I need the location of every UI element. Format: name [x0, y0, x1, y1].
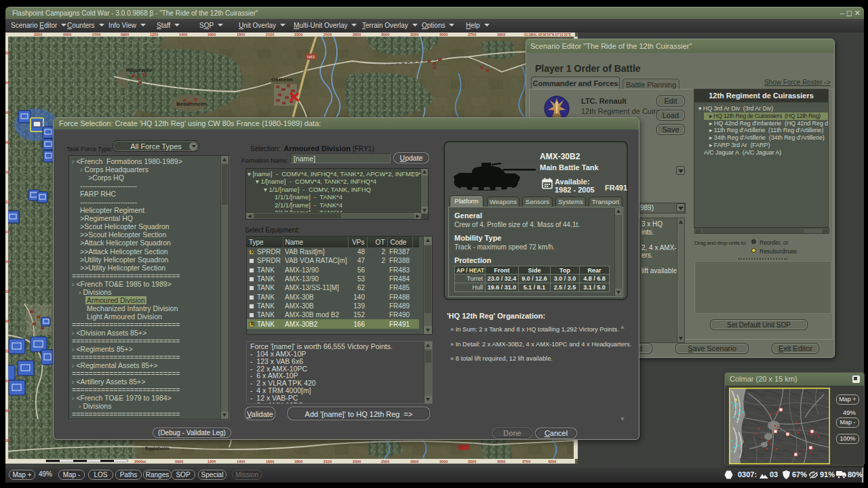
svg-text:0500: 0500: [63, 33, 71, 37]
svg-text:Beblenheim: Beblenheim: [176, 101, 207, 107]
svg-text:2000m: 2000m: [134, 460, 146, 464]
svg-text:22: 22: [5, 349, 9, 353]
svg-text:02: 02: [5, 51, 9, 55]
svg-text:1200: 1200: [208, 460, 216, 464]
svg-text:Ostheim: Ostheim: [271, 77, 293, 83]
svg-text:14: 14: [5, 230, 9, 234]
svg-text:2800: 2800: [410, 460, 418, 464]
svg-text:08: 08: [5, 140, 9, 144]
svg-text:0200: 0200: [34, 33, 42, 37]
svg-text:04: 04: [5, 81, 9, 85]
svg-text:0700: 0700: [92, 33, 100, 37]
svg-text:1400: 1400: [179, 33, 187, 37]
svg-text:2300: 2300: [294, 33, 302, 37]
svg-text:28: 28: [5, 439, 9, 443]
svg-text:Riquewihr: Riquewihr: [126, 67, 153, 73]
svg-text:18: 18: [5, 289, 9, 293]
svg-text:1600: 1600: [208, 33, 216, 37]
svg-text:10: 10: [5, 170, 9, 174]
svg-text:26: 26: [5, 409, 9, 413]
svg-text:1400: 1400: [237, 460, 245, 464]
svg-text:Equisheim: Equisheim: [145, 446, 169, 451]
svg-text:2300: 2300: [353, 460, 361, 464]
svg-text:2500: 2500: [381, 460, 389, 464]
svg-text:2800: 2800: [353, 33, 361, 37]
svg-text:3200: 3200: [468, 460, 476, 464]
svg-text:3500: 3500: [497, 460, 505, 464]
svg-text:2100: 2100: [323, 460, 332, 464]
svg-text:GLOBAL 48°08'54"N 07°21'20"E: GLOBAL 48°08'54"N 07°21'20"E: [524, 33, 571, 37]
svg-text:3900: 3900: [497, 33, 505, 37]
svg-text:24: 24: [5, 379, 9, 383]
svg-text:16: 16: [5, 260, 9, 264]
svg-text:3200: 3200: [410, 33, 418, 37]
svg-text:12: 12: [5, 200, 9, 204]
svg-text:1200: 1200: [150, 33, 158, 37]
svg-text:3700: 3700: [468, 33, 476, 37]
svg-text:1800: 1800: [237, 33, 245, 37]
svg-text:20: 20: [5, 319, 9, 323]
svg-text:4200: 4200: [548, 460, 556, 464]
svg-text:1600: 1600: [266, 460, 274, 464]
svg-text:3000: 3000: [381, 33, 389, 37]
svg-text:3700: 3700: [522, 460, 530, 464]
svg-text:2500: 2500: [323, 33, 332, 37]
svg-text:1800: 1800: [294, 460, 302, 464]
svg-text:3000: 3000: [439, 460, 448, 464]
svg-text:0900: 0900: [121, 33, 129, 37]
svg-text:0900: 0900: [175, 460, 183, 464]
svg-text:3500: 3500: [439, 33, 448, 37]
svg-text:06: 06: [5, 110, 9, 115]
svg-text:2100: 2100: [266, 33, 274, 37]
